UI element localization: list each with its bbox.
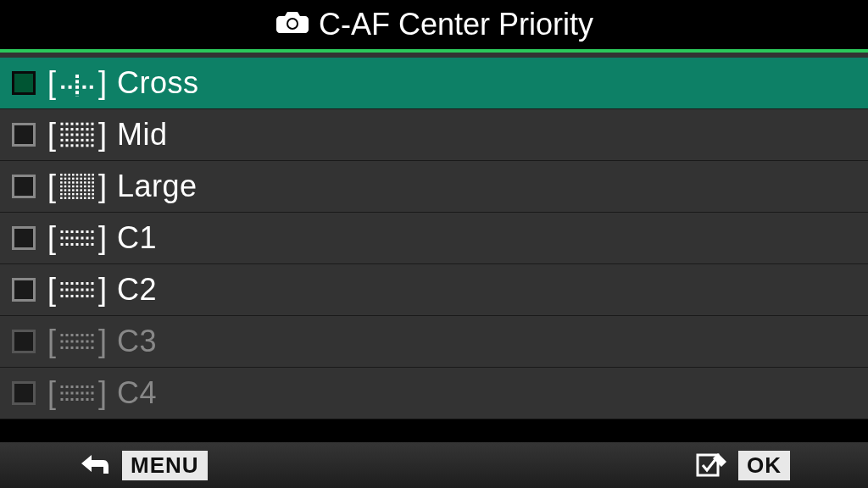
svg-rect-34: [71, 139, 74, 141]
svg-rect-147: [76, 295, 79, 297]
svg-rect-103: [72, 197, 74, 199]
svg-rect-78: [80, 186, 82, 188]
footer-right: OK: [696, 450, 790, 480]
svg-rect-66: [68, 181, 70, 184]
svg-rect-42: [76, 144, 79, 147]
checkbox-edit-icon: [696, 450, 728, 480]
svg-rect-145: [66, 295, 69, 297]
svg-rect-55: [60, 178, 63, 180]
svg-rect-108: [92, 197, 94, 199]
svg-rect-21: [76, 128, 79, 130]
svg-rect-150: [92, 295, 94, 297]
back-icon[interactable]: [78, 450, 112, 480]
svg-rect-76: [72, 186, 74, 188]
svg-rect-170: [86, 347, 89, 349]
svg-rect-144: [61, 295, 64, 297]
svg-rect-93: [68, 193, 70, 196]
menu-row-c2[interactable]: []C2: [0, 264, 868, 316]
checkbox[interactable]: [12, 71, 36, 95]
svg-rect-17: [92, 123, 94, 125]
svg-rect-11: [61, 123, 64, 125]
svg-rect-8: [69, 86, 72, 89]
svg-rect-23: [86, 128, 89, 130]
svg-rect-182: [76, 392, 79, 395]
svg-rect-30: [86, 134, 89, 136]
svg-rect-9: [82, 86, 86, 89]
svg-rect-83: [64, 189, 67, 191]
menu-row-large[interactable]: []Large: [0, 161, 868, 213]
menu-row-cross[interactable]: []Cross: [0, 58, 868, 109]
svg-rect-28: [76, 134, 79, 136]
menu-row-c1[interactable]: []C1: [0, 213, 868, 264]
svg-rect-166: [66, 347, 69, 349]
svg-rect-80: [88, 186, 91, 188]
menu-row-label: C4: [117, 375, 157, 411]
svg-rect-162: [81, 341, 84, 343]
svg-rect-106: [84, 197, 86, 199]
svg-rect-79: [84, 186, 86, 188]
svg-rect-63: [92, 178, 94, 180]
svg-rect-110: [66, 230, 69, 233]
menu-button[interactable]: MENU: [122, 451, 208, 480]
svg-rect-13: [71, 123, 74, 125]
svg-rect-68: [76, 181, 79, 184]
svg-rect-18: [61, 128, 64, 130]
svg-rect-70: [84, 181, 86, 184]
svg-rect-167: [71, 347, 74, 349]
svg-rect-77: [76, 186, 79, 188]
svg-rect-49: [72, 174, 74, 176]
svg-rect-154: [76, 334, 79, 336]
svg-rect-133: [76, 282, 79, 285]
checkbox[interactable]: [12, 226, 36, 250]
svg-rect-71: [88, 181, 91, 184]
svg-rect-148: [81, 295, 84, 297]
svg-rect-141: [81, 289, 84, 291]
svg-rect-140: [76, 289, 79, 291]
svg-rect-61: [84, 178, 86, 180]
svg-rect-47: [64, 174, 67, 176]
svg-rect-119: [76, 237, 79, 240]
svg-rect-104: [76, 197, 79, 199]
svg-rect-160: [71, 341, 74, 343]
svg-rect-143: [92, 289, 94, 291]
svg-rect-187: [66, 398, 69, 401]
svg-rect-191: [86, 398, 89, 401]
af-pattern-c2-icon: []: [47, 272, 107, 308]
svg-rect-39: [61, 144, 64, 147]
svg-rect-57: [68, 178, 70, 180]
camera-icon: [275, 7, 310, 42]
svg-rect-40: [66, 144, 69, 147]
svg-rect-50: [76, 174, 79, 176]
ok-button[interactable]: OK: [738, 451, 790, 480]
checkbox[interactable]: [12, 175, 36, 198]
svg-rect-59: [76, 178, 79, 180]
svg-rect-19: [66, 128, 69, 130]
svg-rect-26: [66, 134, 69, 136]
svg-rect-87: [80, 189, 82, 191]
svg-rect-138: [66, 289, 69, 291]
svg-rect-118: [71, 237, 74, 240]
svg-rect-98: [88, 193, 91, 196]
svg-rect-130: [61, 282, 64, 285]
svg-rect-109: [61, 230, 64, 233]
svg-rect-131: [66, 282, 69, 285]
svg-rect-3: [75, 80, 79, 83]
svg-rect-46: [60, 174, 63, 176]
svg-rect-14: [76, 123, 79, 125]
svg-rect-43: [81, 144, 84, 147]
svg-rect-60: [80, 178, 82, 180]
svg-rect-116: [61, 237, 64, 240]
svg-rect-174: [71, 385, 74, 388]
checkbox[interactable]: [12, 278, 36, 302]
checkbox[interactable]: [12, 123, 36, 147]
svg-rect-86: [76, 189, 79, 191]
menu-row-c3: []C3: [0, 316, 868, 368]
svg-rect-25: [61, 134, 64, 136]
svg-rect-81: [92, 186, 94, 188]
svg-rect-137: [61, 289, 64, 291]
menu-row-mid[interactable]: []Mid: [0, 109, 868, 161]
svg-rect-114: [86, 230, 89, 233]
svg-rect-127: [81, 243, 84, 246]
svg-rect-123: [61, 243, 64, 246]
page-title: C-AF Center Priority: [319, 7, 593, 42]
